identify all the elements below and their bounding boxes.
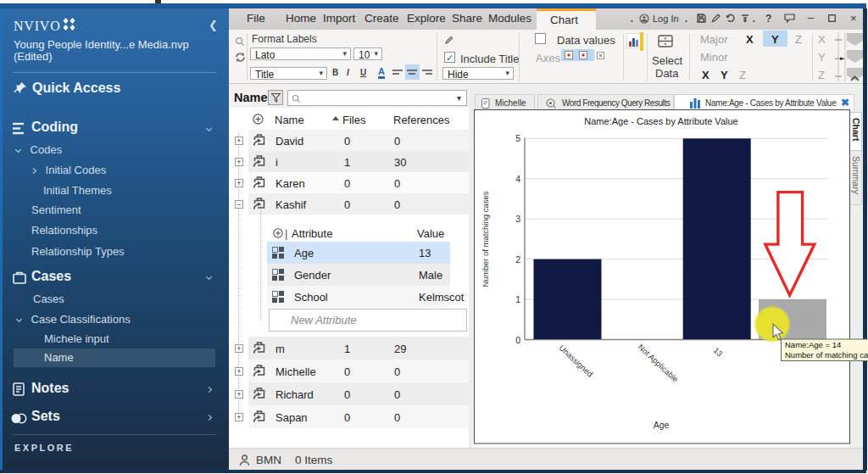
svg-text:3: 3 [515, 214, 520, 224]
svg-text:Age: Age [654, 420, 670, 430]
svg-text:4: 4 [515, 174, 520, 184]
svg-text:Name:Age - Cases by Attribute: Name:Age - Cases by Attribute Value [584, 116, 737, 126]
svg-text:2: 2 [515, 254, 520, 265]
svg-text:1: 1 [515, 294, 520, 304]
svg-text:Number of matching case: Number of matching case [785, 350, 868, 360]
svg-text:0: 0 [515, 335, 520, 345]
svg-text:Name:Age = 14: Name:Age = 14 [785, 340, 841, 349]
svg-text:Number of matching cases: Number of matching cases [481, 191, 490, 287]
svg-text:5: 5 [515, 133, 520, 143]
